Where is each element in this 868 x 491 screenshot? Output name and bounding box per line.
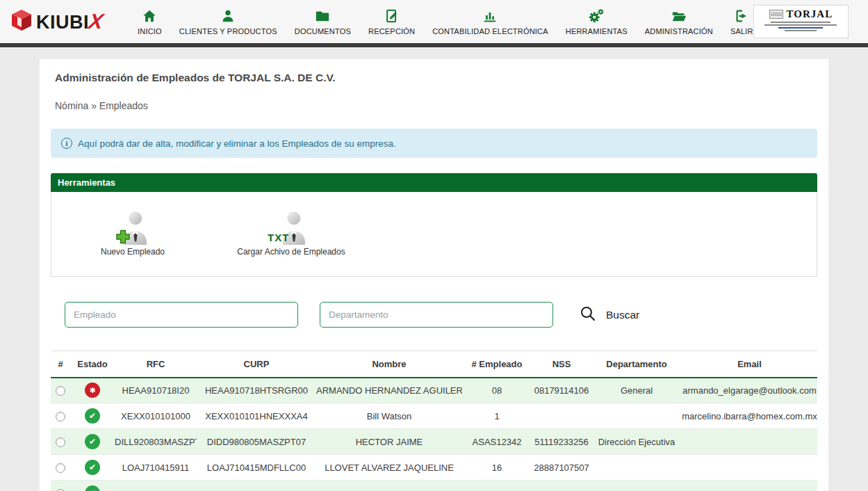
status-active-icon (85, 408, 100, 424)
nav-item-administracion[interactable]: ADMINISTRACIÓN (645, 8, 713, 35)
header-divider-band (0, 43, 868, 47)
open-folder-icon (671, 8, 687, 24)
company-logo-torjal: TORJAL (753, 5, 849, 38)
kiubix-logo[interactable]: KIUBIX (11, 9, 122, 34)
tools-panel: Herramientas Nuevo (51, 173, 817, 277)
page-title: Administración de Empleados de TORJAL S.… (55, 72, 817, 84)
employees-table: # Estado RFC CURP Nombre # Empleado NSS … (51, 351, 817, 491)
col-header-nombre: Nombre (316, 351, 462, 378)
gears-icon (588, 8, 605, 24)
exit-icon (734, 8, 749, 24)
col-header-curp: CURP (197, 351, 316, 378)
search-row: Buscar (51, 302, 817, 328)
row-select-radio[interactable] (56, 386, 65, 396)
table-row: HEAA910718I20 HEAA910718HTSRGR00 ARMANDO… (51, 378, 817, 403)
new-employee-button[interactable]: Nuevo Empleado (74, 211, 192, 257)
new-employee-label: Nuevo Empleado (101, 247, 165, 257)
table-row: LOAJ710415911 LOAJ710415MDFLLC00 LLOVET … (51, 455, 817, 481)
status-active-icon (85, 434, 100, 449)
document-pencil-icon (384, 8, 400, 24)
new-employee-person-icon (113, 211, 152, 245)
col-header-estado: Estado (70, 351, 115, 378)
load-employee-file-button[interactable]: TXT Cargar Achivo de Empleados (211, 211, 371, 257)
col-header-num: # (51, 351, 70, 378)
col-header-rfc: RFC (115, 351, 197, 378)
bar-chart-icon (482, 8, 498, 24)
info-alert: i Aquí podrá dar de alta, modificar y el… (51, 129, 817, 158)
status-active-icon (85, 485, 100, 491)
content-card: Administración de Empleados de TORJAL S.… (40, 59, 828, 491)
load-employee-file-person-icon: TXT (272, 211, 311, 245)
tools-panel-body: Nuevo Empleado TXT Cargar Achivo de Empl… (51, 192, 817, 277)
main-nav: INICIO CLIENTES Y PRODUCTOS DOCUMENTOS R… (138, 8, 753, 35)
nav-item-contabilidad-electronica[interactable]: CONTABILIDAD ELECTRÓNICA (432, 8, 548, 35)
department-search-input[interactable] (320, 302, 553, 328)
top-navbar: KIUBIX INICIO CLIENTES Y PRODUCTOS DOCUM… (0, 0, 868, 43)
status-active-icon (85, 460, 100, 475)
table-row: XEXX010101000 XEXX010101HNEXXXA4 Bill Wa… (51, 403, 817, 429)
nav-item-inicio[interactable]: INICIO (138, 8, 162, 35)
tools-panel-title: Herramientas (51, 173, 817, 192)
torjal-name: TORJAL (787, 8, 833, 20)
row-select-radio[interactable] (56, 437, 65, 447)
brand-name: KIUBIX (36, 10, 104, 33)
col-header-email: Email (682, 351, 817, 378)
search-button-label: Buscar (606, 309, 639, 321)
employee-search-input[interactable] (65, 302, 298, 328)
search-button[interactable]: Buscar (580, 305, 639, 325)
page-background: Administración de Empleados de TORJAL S.… (0, 59, 868, 491)
col-header-nss: NSS (532, 351, 591, 378)
nav-item-herramientas[interactable]: HERRAMIENTAS (566, 8, 628, 35)
row-select-radio[interactable] (56, 463, 65, 473)
folder-icon (315, 8, 330, 24)
col-header-num-empleado: # Empleado (462, 351, 532, 378)
person-icon (220, 8, 236, 24)
table-row (51, 481, 817, 491)
home-icon (142, 8, 157, 24)
status-inactive-icon (85, 383, 100, 398)
load-employee-file-label: Cargar Achivo de Empleados (237, 247, 345, 257)
torjal-address-lines (758, 22, 844, 31)
info-icon: i (61, 138, 72, 149)
breadcrumb: Nómina » Empleados (55, 100, 817, 111)
kiubix-cube-icon (11, 9, 32, 34)
table-header-row: # Estado RFC CURP Nombre # Empleado NSS … (51, 351, 817, 378)
nav-item-clientes-y-productos[interactable]: CLIENTES Y PRODUCTOS (179, 8, 277, 35)
nav-item-documentos[interactable]: DOCUMENTOS (295, 8, 351, 35)
torjal-mark-icon (769, 10, 783, 19)
nav-item-salir[interactable]: SALIR (730, 8, 753, 35)
info-alert-text: Aquí podrá dar de alta, modificar y elim… (78, 138, 396, 149)
table-row: DILL920803MASZPT DIDD980805MASZPT07 HECT… (51, 429, 817, 455)
nav-item-recepcion[interactable]: RECEPCIÓN (368, 8, 415, 35)
col-header-departamento: Departamento (591, 351, 682, 378)
row-select-radio[interactable] (56, 412, 65, 421)
txt-badge: TXT (268, 232, 289, 243)
search-icon (580, 305, 596, 325)
